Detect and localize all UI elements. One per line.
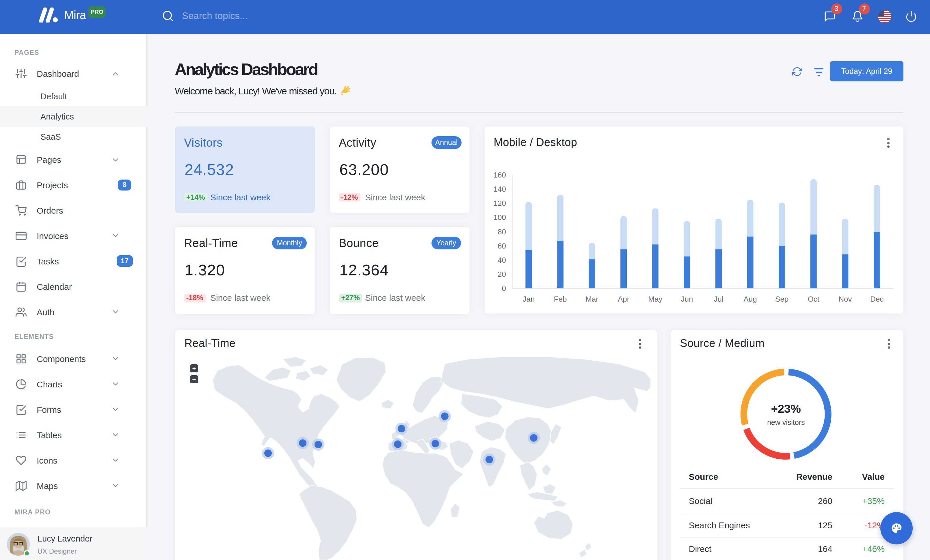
svg-text:Oct: Oct <box>808 295 820 304</box>
svg-text:40: 40 <box>497 256 506 264</box>
svg-text:Apr: Apr <box>618 295 630 304</box>
svg-text:140: 140 <box>494 185 506 193</box>
svg-text:Sep: Sep <box>775 295 788 304</box>
svg-text:20: 20 <box>497 270 506 279</box>
svg-text:160: 160 <box>494 170 506 179</box>
svg-text:120: 120 <box>494 199 506 207</box>
svg-text:60: 60 <box>497 242 506 250</box>
svg-text:80: 80 <box>497 227 506 236</box>
svg-text:Jul: Jul <box>714 295 723 304</box>
svg-text:0: 0 <box>502 284 506 293</box>
svg-text:Jan: Jan <box>522 295 534 304</box>
svg-text:100: 100 <box>494 213 506 222</box>
svg-text:Jun: Jun <box>681 295 693 304</box>
svg-text:Mar: Mar <box>585 295 599 304</box>
svg-text:Nov: Nov <box>838 295 852 304</box>
svg-text:May: May <box>648 295 662 304</box>
svg-text:Feb: Feb <box>554 295 567 304</box>
svg-text:Dec: Dec <box>870 295 884 304</box>
svg-text:Aug: Aug <box>744 295 757 304</box>
